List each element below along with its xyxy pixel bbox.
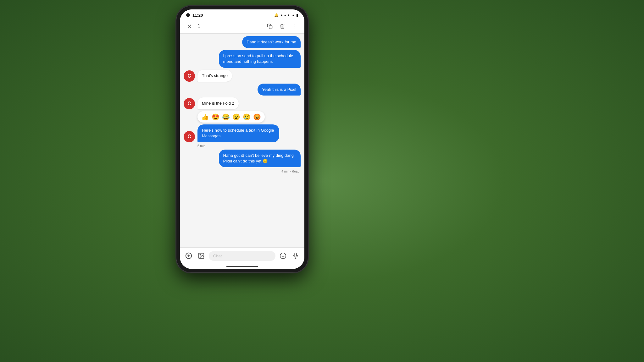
action-bar: ✕ 1 — [180, 19, 304, 34]
signal-icon: ▲▲▲ — [280, 13, 290, 17]
input-area: Chat — [180, 247, 304, 264]
status-bar: 11:20 🔔 ▲▲▲ ▲ ▮ — [180, 9, 304, 19]
home-indicator — [180, 264, 304, 269]
emoji-button[interactable] — [278, 251, 288, 261]
svg-point-2 — [295, 26, 295, 27]
emoji-reaction-bar[interactable]: 👍 😍 😂 😮 😢 😡 — [197, 111, 265, 123]
messages-area[interactable]: Dang it doesn't work for me I press on s… — [180, 34, 304, 247]
message-bubble-1[interactable]: Dang it doesn't work for me — [242, 36, 301, 48]
table-row: C Mine is the Fold 2 — [184, 97, 301, 109]
emoji-laugh[interactable]: 😂 — [222, 113, 230, 121]
background — [0, 0, 644, 362]
scene: 11:20 🔔 ▲▲▲ ▲ ▮ ✕ 1 — [0, 0, 644, 362]
more-button[interactable] — [291, 22, 299, 31]
message-read-receipt: 4 min · Read — [184, 170, 301, 173]
chat-input-placeholder: Chat — [213, 254, 222, 258]
message-time-label: 5 min — [197, 144, 301, 148]
table-row: C That's strange — [184, 70, 301, 82]
table-row: C Here's how to schedule a text in Googl… — [184, 124, 301, 142]
add-button[interactable] — [184, 251, 194, 261]
message-bubble-5[interactable]: Mine is the Fold 2 — [197, 97, 239, 109]
table-row: Dang it doesn't work for me — [184, 36, 301, 48]
svg-rect-12 — [295, 253, 297, 256]
status-time: 11:20 — [192, 13, 203, 18]
mic-button[interactable] — [291, 251, 301, 261]
svg-rect-0 — [269, 26, 272, 29]
avatar: C — [184, 98, 195, 109]
phone-body: 11:20 🔔 ▲▲▲ ▲ ▮ ✕ 1 — [176, 6, 308, 273]
svg-point-9 — [280, 253, 286, 259]
home-bar — [226, 266, 258, 267]
delete-button[interactable] — [278, 22, 287, 31]
emoji-sad[interactable]: 😢 — [243, 113, 251, 121]
avatar: C — [184, 70, 195, 82]
avatar: C — [184, 131, 195, 142]
table-row: Haha got it( can't believe my ding dang … — [184, 150, 301, 167]
image-button[interactable] — [196, 251, 206, 261]
message-bubble-8[interactable]: Haha got it( can't believe my ding dang … — [219, 150, 301, 167]
phone-screen: 11:20 🔔 ▲▲▲ ▲ ▮ ✕ 1 — [180, 9, 304, 269]
status-icons: 🔔 ▲▲▲ ▲ ▮ — [274, 13, 298, 17]
wifi-icon: ▲ — [291, 13, 295, 17]
svg-point-1 — [295, 25, 295, 25]
message-bubble-3[interactable]: That's strange — [197, 70, 232, 82]
chat-input[interactable]: Chat — [209, 251, 275, 261]
emoji-angry[interactable]: 😡 — [253, 113, 261, 121]
message-bubble-7[interactable]: Here's how to schedule a text in Google … — [197, 124, 279, 142]
svg-point-3 — [295, 28, 295, 28]
svg-point-8 — [200, 254, 201, 255]
vibrate-icon: 🔔 — [274, 13, 279, 17]
camera-hole — [186, 13, 190, 17]
action-bar-left: ✕ 1 — [185, 22, 200, 31]
close-button[interactable]: ✕ — [185, 22, 194, 31]
message-bubble-2[interactable]: I press on send to pull up the schedule … — [219, 50, 301, 68]
copy-button[interactable] — [265, 22, 274, 31]
message-bubble-4[interactable]: Yeah this is a Pixel — [258, 84, 301, 96]
emoji-wow[interactable]: 😮 — [232, 113, 240, 121]
action-bar-right — [265, 22, 299, 31]
table-row: I press on send to pull up the schedule … — [184, 50, 301, 68]
emoji-heart-eyes[interactable]: 😍 — [212, 113, 219, 121]
status-bar-left: 11:20 — [186, 13, 203, 18]
battery-icon: ▮ — [296, 13, 298, 17]
table-row: Yeah this is a Pixel — [184, 84, 301, 96]
emoji-thumbsup[interactable]: 👍 — [201, 113, 209, 121]
selection-count: 1 — [197, 24, 200, 29]
